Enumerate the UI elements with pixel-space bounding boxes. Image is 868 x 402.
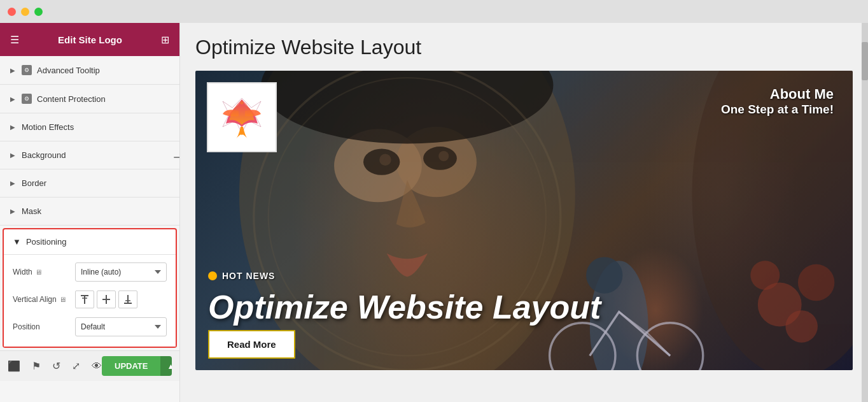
- positioning-content: Width 🖥 Inline (auto) Custom Full Width …: [4, 255, 176, 347]
- mask-label: Mask: [22, 206, 41, 216]
- app-container: ☰ Edit Site Logo ⊞ ▶ ⚙ Advanced Tooltip …: [0, 23, 868, 402]
- main-content: Optimize Website Layout: [180, 23, 868, 402]
- width-select[interactable]: Inline (auto) Custom Full Width: [75, 262, 167, 282]
- hero-container: About Me One Step at a Time! HOT NEWS Op…: [195, 71, 853, 370]
- valign-bottom-button[interactable]: [118, 291, 137, 308]
- hot-dot-icon: [208, 271, 217, 280]
- hero-about-text: About Me: [721, 86, 834, 103]
- page-title: Optimize Website Layout: [195, 36, 853, 59]
- monitor-icon: 🖥: [35, 268, 42, 276]
- close-button[interactable]: [8, 8, 16, 16]
- valign-buttons: [75, 291, 167, 308]
- vertical-align-row: Vertical Align 🖥: [13, 291, 167, 308]
- maximize-button[interactable]: [34, 8, 43, 16]
- svg-point-13: [379, 154, 391, 166]
- minimize-button[interactable]: [21, 8, 29, 16]
- hero-background: About Me One Step at a Time! HOT NEWS Op…: [195, 71, 853, 370]
- content-protection-label: Content Protection: [37, 94, 106, 104]
- update-button[interactable]: UPDATE: [102, 356, 160, 376]
- refresh-icon[interactable]: ↺: [52, 360, 60, 372]
- width-label: Width 🖥: [13, 268, 70, 276]
- sidebar-item-mask[interactable]: ▶ Mask: [0, 197, 179, 226]
- background-label: Background: [22, 150, 66, 160]
- sidebar-item-motion-effects[interactable]: ▶ Motion Effects: [0, 113, 179, 141]
- scroll-thumb[interactable]: [862, 42, 868, 80]
- monitor-icon2: 🖥: [59, 296, 66, 303]
- update-button-group: UPDATE ▲: [102, 356, 172, 376]
- bottom-icons: ⬛ ⚑ ↺ ⤢ 👁: [8, 360, 102, 372]
- position-label: Position: [13, 322, 70, 331]
- positioning-section: ▼ Positioning Width 🖥 Inline (auto) Cust…: [3, 228, 177, 348]
- chevron-right-icon2: ▶: [10, 96, 15, 103]
- motion-effects-label: Motion Effects: [22, 122, 74, 132]
- update-dropdown-button[interactable]: ▲: [160, 356, 172, 376]
- vertical-align-label: Vertical Align 🖥: [13, 295, 70, 304]
- expand-icon[interactable]: ⤢: [72, 360, 80, 372]
- svg-rect-0: [81, 295, 88, 296]
- chevron-right-icon4: ▶: [10, 152, 15, 159]
- sidebar-item-background[interactable]: ▶ Background: [0, 141, 179, 169]
- advanced-tooltip-label: Advanced Tooltip: [37, 66, 100, 75]
- chevron-down-icon: ▼: [13, 237, 21, 247]
- chevron-right-icon3: ▶: [10, 124, 15, 131]
- logo-box: [207, 82, 277, 152]
- chevron-right-icon: ▶: [10, 67, 15, 74]
- hero-text-overlay: About Me One Step at a Time!: [702, 71, 853, 132]
- flag-icon[interactable]: ⚑: [32, 360, 41, 372]
- protection-icon: ⚙: [22, 94, 32, 104]
- valign-top-button[interactable]: [75, 291, 94, 308]
- scroll-track: [862, 23, 868, 402]
- hot-news-label: HOT NEWS: [222, 271, 275, 281]
- chevron-right-icon6: ▶: [10, 208, 15, 215]
- width-row: Width 🖥 Inline (auto) Custom Full Width: [13, 262, 167, 282]
- position-row: Position Default Absolute Fixed: [13, 317, 167, 336]
- svg-point-14: [438, 151, 449, 161]
- tooltip-icon: ⚙: [22, 65, 32, 75]
- eye-icon[interactable]: 👁: [92, 361, 102, 372]
- hamburger-icon[interactable]: ☰: [10, 34, 19, 46]
- bottom-toolbar: ⬛ ⚑ ↺ ⤢ 👁 UPDATE ▲: [0, 350, 179, 381]
- chevron-right-icon5: ▶: [10, 180, 15, 187]
- position-select[interactable]: Default Absolute Fixed: [75, 317, 167, 336]
- sidebar-header: ☰ Edit Site Logo ⊞: [0, 23, 179, 56]
- positioning-header[interactable]: ▼ Positioning: [4, 229, 176, 255]
- logo-svg: [216, 92, 267, 143]
- sidebar-header-title: Edit Site Logo: [58, 34, 122, 45]
- svg-point-25: [750, 261, 780, 290]
- titlebar: [0, 0, 868, 23]
- border-label: Border: [22, 178, 46, 188]
- hero-tagline-text: One Step at a Time!: [721, 103, 834, 117]
- positioning-label: Positioning: [26, 237, 67, 247]
- grid-icon[interactable]: ⊞: [161, 34, 169, 46]
- sidebar-item-border[interactable]: ▶ Border: [0, 169, 179, 197]
- sidebar-item-content-protection[interactable]: ▶ ⚙ Content Protection: [0, 85, 179, 113]
- toc-lines-icon: [174, 157, 180, 158]
- svg-rect-5: [124, 303, 132, 304]
- hot-news-badge: HOT NEWS: [208, 271, 275, 281]
- read-more-button[interactable]: Read More: [208, 330, 295, 359]
- sidebar: ☰ Edit Site Logo ⊞ ▶ ⚙ Advanced Tooltip …: [0, 23, 180, 402]
- layers-icon[interactable]: ⬛: [8, 360, 20, 372]
- valign-middle-button[interactable]: [97, 291, 116, 308]
- hero-main-title: Optimize Website Layout: [208, 289, 840, 326]
- sidebar-item-advanced-tooltip[interactable]: ▶ ⚙ Advanced Tooltip: [0, 56, 179, 85]
